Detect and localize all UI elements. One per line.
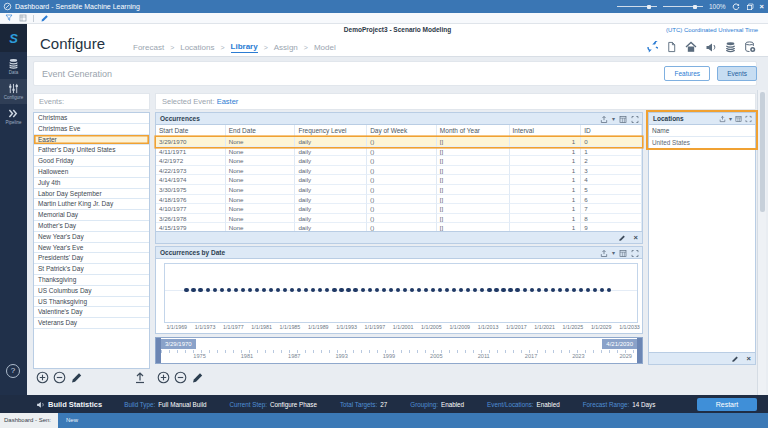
restart-button[interactable]: Restart xyxy=(697,398,757,411)
breadcrumb-item-model[interactable]: Model xyxy=(314,43,336,52)
database-settings-icon[interactable] xyxy=(744,41,756,53)
breadcrumb-item-library[interactable]: Library xyxy=(231,42,258,53)
sidebar-item-data[interactable]: Data xyxy=(0,54,27,79)
table-row[interactable]: 3/26/1978Nonedaily()[]18 xyxy=(156,214,642,224)
list-item[interactable]: US Thanksgiving xyxy=(34,297,149,308)
zoom-slider[interactable] xyxy=(617,6,657,7)
export-icon[interactable] xyxy=(719,115,726,123)
sidebar-item-pipeline[interactable]: Pipeline xyxy=(0,104,27,129)
list-item[interactable]: Mother's Day xyxy=(34,221,149,232)
table-row[interactable]: 4/10/1977Nonedaily()[]17 xyxy=(156,204,642,214)
list-item[interactable]: Labor Day September xyxy=(34,189,149,200)
edit-pencil-icon[interactable] xyxy=(40,14,49,23)
range-tick-label: 2017 xyxy=(525,353,537,359)
data-point xyxy=(339,288,343,292)
column-chooser-icon[interactable] xyxy=(735,115,742,123)
export-dropdown-caret[interactable]: ▾ xyxy=(729,114,732,124)
range-tick-label: 1981 xyxy=(241,353,253,359)
document-icon[interactable] xyxy=(666,41,677,53)
list-item[interactable]: July 4th xyxy=(34,178,149,189)
sidebar-item-configure[interactable]: Configure xyxy=(0,79,27,104)
list-item[interactable]: Veterans Day xyxy=(34,318,149,329)
build-stat: Grouping:Enabled xyxy=(410,401,464,408)
edit-occurrence-button[interactable] xyxy=(191,371,204,384)
list-item[interactable]: Father's Day United States xyxy=(34,145,149,156)
list-item[interactable]: Martin Luther King Jr. Day xyxy=(34,199,149,210)
vertical-scrollbar[interactable] xyxy=(757,90,766,395)
list-item[interactable]: New Year's Day xyxy=(34,232,149,243)
refresh-window-icon[interactable] xyxy=(732,3,740,11)
list-item[interactable]: United States xyxy=(649,137,755,149)
table-cell: None xyxy=(226,137,296,147)
expand-icon[interactable] xyxy=(745,115,752,123)
sync-icon[interactable] xyxy=(646,41,658,53)
announcement-icon[interactable] xyxy=(705,41,717,53)
close-window-icon[interactable]: × xyxy=(760,2,764,12)
export-icon[interactable] xyxy=(600,115,608,124)
breadcrumb-item-assign[interactable]: Assign xyxy=(274,43,298,52)
list-item[interactable]: Christmas Eve xyxy=(34,124,149,135)
database-icon[interactable] xyxy=(725,41,736,53)
table-cell: 1 xyxy=(510,156,582,166)
list-item[interactable]: Easter xyxy=(34,135,149,146)
close-locations-icon[interactable]: × xyxy=(747,354,751,364)
export-dropdown-caret[interactable]: ▾ xyxy=(612,114,615,124)
export-dropdown-caret[interactable]: ▾ xyxy=(612,248,615,258)
table-row[interactable]: 3/30/1975Nonedaily()[]15 xyxy=(156,185,642,195)
table-row[interactable]: 4/18/1976Nonedaily()[]16 xyxy=(156,195,642,205)
restore-window-icon[interactable] xyxy=(746,3,754,11)
remove-event-button[interactable] xyxy=(53,371,66,384)
add-occurrence-button[interactable] xyxy=(157,371,170,384)
add-event-button[interactable] xyxy=(36,371,49,384)
table-row[interactable]: 4/22/1973Nonedaily()[]13 xyxy=(156,166,642,176)
data-point xyxy=(558,288,562,292)
events-list-controls xyxy=(36,371,83,384)
table-cell: 7 xyxy=(581,204,642,214)
features-button[interactable]: Features xyxy=(664,66,710,81)
data-point xyxy=(304,288,308,292)
list-item[interactable]: Halloween xyxy=(34,167,149,178)
table-row[interactable]: 4/2/1972Nonedaily()[]12 xyxy=(156,156,642,166)
scrollbar-thumb[interactable] xyxy=(760,92,765,212)
table-row[interactable]: 3/29/1970Nonedaily()[]10 xyxy=(156,137,642,147)
table-row[interactable]: 4/11/1971Nonedaily()[]11 xyxy=(156,147,642,157)
application-window: Dashboard - Sensible Machine Learning 10… xyxy=(0,0,768,428)
table-row[interactable]: 4/14/1974Nonedaily()[]14 xyxy=(156,175,642,185)
close-occurrences-icon[interactable]: × xyxy=(634,233,638,243)
taskbar-tab[interactable]: Dashboard - Sen: xyxy=(0,413,58,428)
list-item[interactable]: Presidents' Day xyxy=(34,253,149,264)
list-item[interactable]: Memorial Day xyxy=(34,210,149,221)
list-item[interactable]: Valentine's Day xyxy=(34,307,149,318)
zoom-slider-2[interactable] xyxy=(663,6,703,7)
remove-occurrence-button[interactable] xyxy=(174,371,187,384)
breadcrumb-item-locations[interactable]: Locations xyxy=(180,43,214,52)
column-chooser-icon[interactable] xyxy=(619,249,627,258)
table-cell: () xyxy=(367,137,437,147)
home-icon[interactable] xyxy=(685,41,697,53)
filter-icon[interactable] xyxy=(5,14,13,22)
events-button[interactable]: Events xyxy=(717,66,757,81)
edit-occurrences-icon[interactable] xyxy=(618,234,626,242)
list-item[interactable]: US Columbus Day xyxy=(34,286,149,297)
timezone-label[interactable]: (UTC) Coordinated Universal Time xyxy=(666,27,758,33)
edit-event-button[interactable] xyxy=(70,371,83,384)
data-point xyxy=(501,288,505,292)
table-cell: 4/11/1971 xyxy=(156,147,226,157)
data-point xyxy=(600,288,604,292)
expand-icon[interactable] xyxy=(631,115,639,124)
breadcrumb-item-forecast[interactable]: Forecast xyxy=(133,43,164,52)
grid-icon[interactable] xyxy=(19,14,27,22)
list-item[interactable]: Thanksgiving xyxy=(34,275,149,286)
range-tick-label: 2023 xyxy=(572,353,584,359)
list-item[interactable]: Christmas xyxy=(34,113,149,124)
expand-icon[interactable] xyxy=(631,249,639,258)
list-item[interactable]: New Year's Eve xyxy=(34,243,149,254)
edit-locations-icon[interactable] xyxy=(731,355,739,363)
list-item[interactable]: Good Friday xyxy=(34,156,149,167)
export-events-button[interactable] xyxy=(134,371,146,384)
taskbar-new-item[interactable]: New xyxy=(66,413,78,428)
column-chooser-icon[interactable] xyxy=(619,115,627,124)
help-icon[interactable]: ? xyxy=(6,364,20,378)
export-icon[interactable] xyxy=(600,249,608,258)
list-item[interactable]: St Patrick's Day xyxy=(34,264,149,275)
